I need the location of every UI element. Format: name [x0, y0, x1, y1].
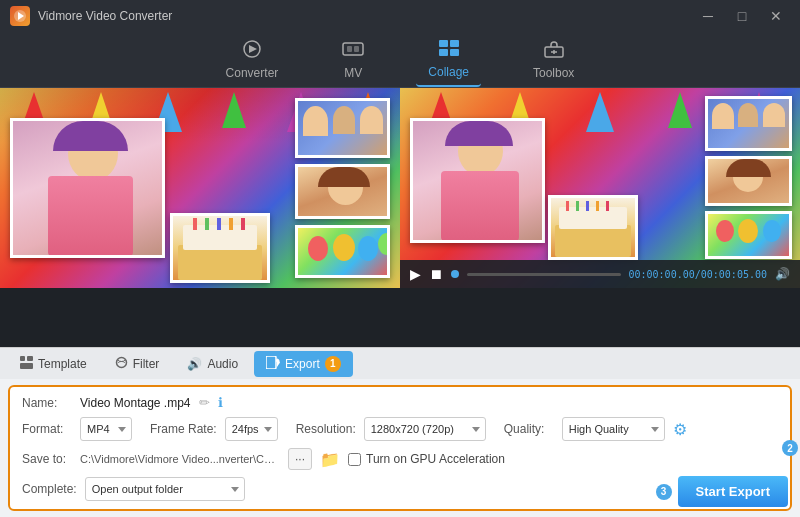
- nav-mv[interactable]: MV: [330, 34, 376, 86]
- volume-button[interactable]: 🔊: [775, 267, 790, 281]
- framerate-label: Frame Rate:: [150, 422, 217, 436]
- title-bar: Vidmore Video Converter ─ □ ✕: [0, 0, 800, 32]
- svg-rect-6: [354, 46, 359, 52]
- svg-rect-10: [450, 49, 459, 56]
- svg-rect-18: [266, 356, 276, 369]
- format-label: Format:: [22, 422, 72, 436]
- quality-settings-button[interactable]: ⚙: [673, 420, 687, 439]
- name-row: Name: Video Montage .mp4 ✏ ℹ: [22, 395, 778, 410]
- nav-bar: Converter MV Collage: [0, 32, 800, 88]
- svg-rect-8: [450, 40, 459, 47]
- svg-rect-4: [343, 43, 363, 55]
- tab-filter[interactable]: Filter: [103, 351, 172, 377]
- mv-icon: [342, 40, 364, 63]
- saveto-label: Save to:: [22, 452, 72, 466]
- player-bar: ▶ ⏹ 00:00:00.00/00:00:05.00 🔊: [400, 260, 800, 288]
- filter-icon: [115, 356, 128, 372]
- stop-button[interactable]: ⏹: [429, 266, 443, 282]
- tab-export-label: Export: [285, 357, 320, 371]
- resolution-select[interactable]: 1280x720 (720p) 1920x1080 (1080p) 640x48…: [364, 417, 486, 441]
- format-row: Format: MP4 MOV AVI Frame Rate: 24fps 30…: [22, 417, 778, 441]
- export-panel-badge: 2: [782, 440, 798, 456]
- quality-label: Quality:: [504, 422, 554, 436]
- nav-mv-label: MV: [344, 66, 362, 80]
- svg-rect-15: [27, 356, 33, 361]
- tab-export[interactable]: Export 1: [254, 351, 353, 377]
- bottom-section: Template Filter 🔊 Audio: [0, 347, 800, 517]
- name-info-icon[interactable]: ℹ: [218, 395, 223, 410]
- nav-converter[interactable]: Converter: [214, 34, 291, 86]
- gpu-text: Turn on GPU Acceleration: [366, 452, 505, 466]
- format-select[interactable]: MP4 MOV AVI: [80, 417, 132, 441]
- tab-template-label: Template: [38, 357, 87, 371]
- nav-toolbox-label: Toolbox: [533, 66, 574, 80]
- audio-icon: 🔊: [187, 357, 202, 371]
- saveto-path: C:\Vidmore\Vidmore Video...nverter\Colla…: [80, 453, 280, 465]
- tab-template[interactable]: Template: [8, 351, 99, 377]
- export-icon: [266, 356, 280, 372]
- app-title: Vidmore Video Converter: [38, 9, 694, 23]
- complete-select[interactable]: Open output folder Do nothing Shut down: [85, 477, 245, 501]
- tab-filter-label: Filter: [133, 357, 160, 371]
- start-export-button[interactable]: Start Export: [678, 476, 788, 507]
- nav-collage[interactable]: Collage: [416, 33, 481, 87]
- svg-rect-5: [347, 46, 352, 52]
- svg-rect-16: [20, 363, 33, 369]
- nav-collage-label: Collage: [428, 65, 469, 79]
- maximize-button[interactable]: □: [728, 6, 756, 26]
- tab-row: Template Filter 🔊 Audio: [0, 347, 800, 379]
- svg-rect-14: [20, 356, 25, 361]
- export-badge: 1: [325, 356, 341, 372]
- converter-icon: [241, 40, 263, 63]
- start-export-badge: 3: [656, 484, 672, 500]
- nav-toolbox[interactable]: Toolbox: [521, 34, 586, 86]
- play-button[interactable]: ▶: [410, 266, 421, 282]
- quality-select[interactable]: High Quality Medium Quality Low Quality: [562, 417, 665, 441]
- nav-converter-label: Converter: [226, 66, 279, 80]
- name-label: Name:: [22, 396, 72, 410]
- complete-label: Complete:: [22, 482, 77, 496]
- preview-section: ▶ ⏹ 00:00:00.00/00:00:05.00 🔊: [0, 88, 800, 288]
- tab-audio[interactable]: 🔊 Audio: [175, 351, 250, 377]
- progress-indicator: [451, 270, 459, 278]
- gpu-label[interactable]: Turn on GPU Acceleration: [348, 452, 505, 466]
- app-logo: [10, 6, 30, 26]
- toolbox-icon: [543, 40, 565, 63]
- svg-marker-3: [249, 45, 257, 53]
- browse-button[interactable]: ···: [288, 448, 312, 470]
- name-value: Video Montage .mp4: [80, 396, 191, 410]
- time-display: 00:00:00.00/00:00:05.00: [629, 269, 768, 280]
- start-export-area: 3 Start Export: [656, 476, 788, 507]
- name-edit-icon[interactable]: ✏: [199, 395, 210, 410]
- gpu-checkbox[interactable]: [348, 453, 361, 466]
- framerate-select[interactable]: 24fps 30fps 60fps: [225, 417, 278, 441]
- left-preview-panel: [0, 88, 400, 288]
- resolution-label: Resolution:: [296, 422, 356, 436]
- right-preview-panel: ▶ ⏹ 00:00:00.00/00:00:05.00 🔊: [400, 88, 800, 288]
- progress-track[interactable]: [467, 273, 621, 276]
- tab-row-left: Template Filter 🔊 Audio: [8, 351, 792, 377]
- saveto-row: Save to: C:\Vidmore\Vidmore Video...nver…: [22, 448, 778, 470]
- minimize-button[interactable]: ─: [694, 6, 722, 26]
- window-controls: ─ □ ✕: [694, 6, 790, 26]
- close-button[interactable]: ✕: [762, 6, 790, 26]
- collage-icon: [438, 39, 460, 62]
- folder-button[interactable]: 📁: [320, 450, 340, 469]
- template-icon: [20, 356, 33, 372]
- svg-rect-7: [439, 40, 448, 47]
- svg-rect-9: [439, 49, 448, 56]
- tab-audio-label: Audio: [207, 357, 238, 371]
